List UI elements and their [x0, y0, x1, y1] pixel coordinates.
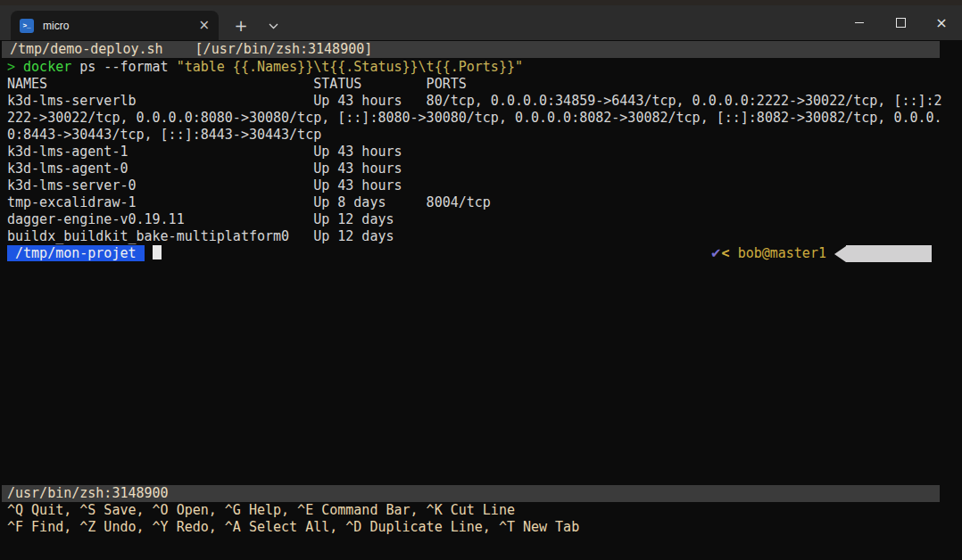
terminal-line: k3d-lms-server-0 Up 43 hours — [7, 177, 942, 194]
terminal-line: 0:8443->30443/tcp, [::]:8443->30443/tcp — [7, 127, 942, 144]
chevron-down-icon — [269, 23, 278, 29]
terminal-line: buildx_buildkit_bake-multiplatform0 Up 1… — [7, 228, 942, 245]
micro-help-line-1: ^Q Quit, ^S Save, ^O Open, ^G Help, ^E C… — [7, 502, 515, 519]
tab-title: micro — [43, 20, 198, 32]
terminal-output[interactable]: > docker ps --format "table {{.Names}}\t… — [7, 59, 942, 245]
terminal-tab-micro[interactable]: >_ micro × — [11, 11, 219, 40]
tab-dropdown-button[interactable] — [261, 13, 286, 38]
maximize-icon — [896, 18, 906, 28]
check-icon: ✔ — [710, 245, 722, 262]
micro-statusline: /usr/bin/zsh:3148900 — [2, 485, 940, 502]
prompt-gap — [145, 245, 153, 261]
terminal-line: dagger-engine-v0.19.11 Up 12 days — [7, 211, 942, 228]
terminal-line: k3d-lms-agent-1 Up 43 hours — [7, 144, 942, 161]
powerline-segment-block — [846, 245, 932, 262]
shell-prompt-line[interactable]: /tmp/mon-projet — [7, 245, 162, 262]
terminal-line: tmp-excalidraw-1 Up 8 days 8004/tcp — [7, 194, 942, 211]
micro-tabbar[interactable]: /tmp/demo-deploy.sh[/usr/bin/zsh:3148900… — [2, 41, 940, 58]
minimize-icon — [855, 22, 864, 23]
terminal-line: > docker ps --format "table {{.Names}}\t… — [7, 59, 942, 76]
chevron-left-icon: < — [722, 245, 738, 262]
terminal-line: k3d-lms-serverlb Up 43 hours 80/tcp, 0.0… — [7, 93, 942, 110]
right-prompt-space — [826, 245, 834, 262]
close-icon: × — [935, 14, 947, 31]
window-controls: × — [839, 5, 962, 40]
new-tab-button[interactable]: + — [228, 13, 253, 38]
minimize-button[interactable] — [839, 5, 880, 40]
micro-buffer-tab-shell[interactable]: [/usr/bin/zsh:3148900] — [195, 41, 373, 57]
terminal-line: k3d-lms-agent-0 Up 43 hours — [7, 161, 942, 177]
user-host-label: bob@master1 — [738, 245, 826, 262]
micro-help-line-2: ^F Find, ^Z Undo, ^Y Redo, ^A Select All… — [7, 519, 579, 536]
micro-buffer-tab-script[interactable]: /tmp/demo-deploy.sh — [10, 41, 163, 57]
terminal-cursor — [153, 245, 162, 259]
maximize-button[interactable] — [880, 5, 921, 40]
close-button[interactable]: × — [921, 5, 962, 40]
powerline-arrow-icon — [834, 246, 846, 262]
prompt-path-segment: /tmp/mon-projet — [7, 245, 145, 261]
right-prompt: ✔< bob@master1 — [710, 245, 932, 262]
terminal-window: >_ micro × + × /tmp/demo-deploy.sh[/usr/… — [0, 0, 962, 560]
powershell-icon: >_ — [20, 19, 34, 33]
terminal-line: NAMES STATUS PORTS — [7, 76, 942, 93]
window-titlebar[interactable]: >_ micro × + × — [0, 5, 962, 40]
tab-close-icon[interactable]: × — [198, 19, 210, 32]
terminal-line: 222->30022/tcp, 0.0.0.0:8080->30080/tcp,… — [7, 110, 942, 127]
